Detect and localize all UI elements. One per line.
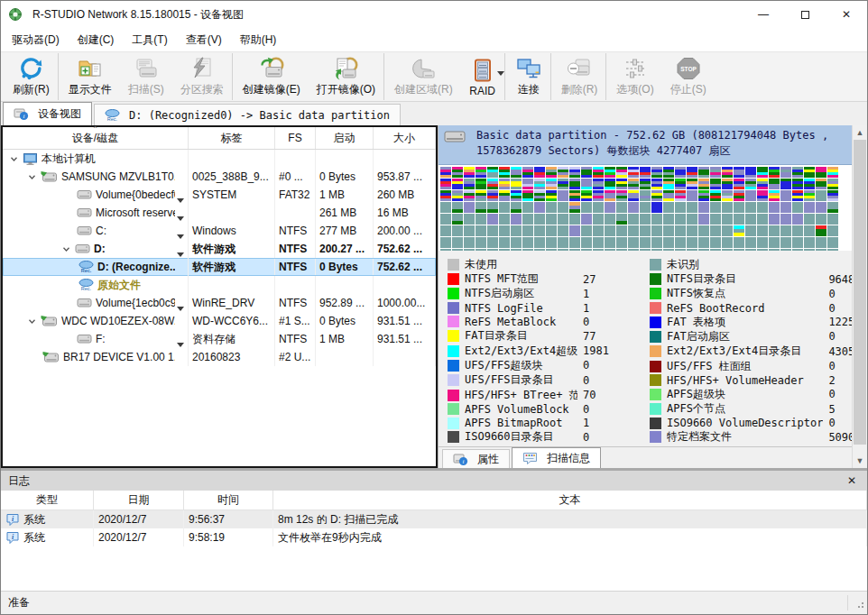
scan-block[interactable] [628,167,639,178]
scan-block[interactable] [792,237,803,248]
scan-block[interactable] [651,237,662,248]
log-column-date[interactable]: 日期 [94,491,184,509]
table-row[interactable]: SAMSUNG MZVLB1T0... 0025_388B_9... #0 ..… [3,168,436,186]
scan-block[interactable] [827,214,838,225]
scan-block[interactable] [780,190,791,201]
scan-block[interactable] [698,167,709,178]
scan-block[interactable] [816,237,826,248]
scan-block[interactable] [827,167,838,178]
scan-block[interactable] [722,225,733,236]
scan-block[interactable] [663,214,674,225]
table-row[interactable]: Rec. D: (Recognize... 软件游戏 NTFS 0 Bytes … [3,258,436,276]
scan-block[interactable] [593,179,604,189]
scan-block[interactable] [745,237,756,248]
scan-block[interactable] [734,202,744,213]
scan-block[interactable] [675,214,686,225]
scan-block[interactable] [522,202,533,213]
scan-block[interactable] [593,167,604,178]
scan-block[interactable] [522,167,533,178]
scan-block[interactable] [651,225,662,236]
scan-block[interactable] [558,202,568,213]
expander-icon[interactable] [28,317,41,326]
resize-grip[interactable] [855,599,864,611]
scan-block[interactable] [511,214,522,225]
scan-block[interactable] [698,190,709,201]
scan-block[interactable] [675,190,686,201]
scan-block[interactable] [511,225,522,236]
chevron-down-icon[interactable] [177,211,184,222]
scan-block[interactable] [745,179,756,189]
scan-block[interactable] [745,167,756,178]
scan-block[interactable] [534,225,545,236]
scan-block[interactable] [581,167,592,178]
scan-block[interactable] [593,190,604,201]
scan-block[interactable] [628,179,639,189]
scan-block[interactable] [605,179,615,189]
scan-block[interactable] [605,167,615,178]
scan-block[interactable] [804,202,815,213]
scan-block[interactable] [663,202,674,213]
scan-block[interactable] [827,225,838,236]
column-header-start[interactable]: 启动 [316,127,374,149]
scan-block[interactable] [734,237,744,248]
chevron-down-icon[interactable] [177,337,184,348]
scan-block[interactable] [534,202,545,213]
scan-block[interactable] [605,237,615,248]
scan-block[interactable] [464,167,475,178]
scan-block[interactable] [476,202,486,213]
toolbar-button[interactable]: 连接 [507,53,551,100]
scan-block[interactable] [522,214,533,225]
table-row[interactable]: Rec. 原始文件 [3,276,436,294]
scan-block[interactable] [640,179,651,189]
scan-block[interactable] [511,179,522,189]
scan-block[interactable] [816,167,826,178]
minimize-button[interactable]: ― [743,1,784,28]
scroll-up-icon[interactable]: ▲ [853,125,867,140]
scan-block[interactable] [804,190,815,201]
scan-block[interactable] [628,190,639,201]
chevron-down-icon[interactable] [497,66,504,78]
scan-block[interactable] [663,167,674,178]
scan-block[interactable] [710,179,721,189]
scan-block[interactable] [605,190,615,201]
scan-block[interactable] [546,237,557,248]
scan-block[interactable] [616,179,627,189]
scan-block[interactable] [440,214,451,225]
scan-block[interactable] [440,225,451,236]
scan-block[interactable] [558,167,568,178]
scan-block[interactable] [745,202,756,213]
table-row[interactable]: BR17 DEVICE V1.00 1.... 20160823 #2 U... [3,348,436,366]
scan-block[interactable] [780,214,791,225]
scan-block[interactable] [722,202,733,213]
scan-block[interactable] [663,225,674,236]
toolbar-button[interactable]: RAID [461,53,505,100]
scan-block[interactable] [487,190,498,201]
table-row[interactable]: F: 资料存储 NTFS 1 MB 931.51 ... [3,330,436,348]
chevron-down-icon[interactable] [177,193,184,204]
column-header-size[interactable]: 大小 [374,127,436,149]
scan-block-map[interactable] [439,165,852,251]
scan-block[interactable] [558,214,568,225]
scan-block[interactable] [804,179,815,189]
scan-block[interactable] [804,237,815,248]
scan-block[interactable] [710,190,721,201]
scan-block[interactable] [628,202,639,213]
scan-block[interactable] [616,225,627,236]
scan-block[interactable] [522,225,533,236]
scan-block[interactable] [534,179,545,189]
scan-block[interactable] [616,190,627,201]
partition-header[interactable]: Basic data partition - 752.62 GB (808121… [439,125,852,165]
scan-block[interactable] [757,225,768,236]
scan-block[interactable] [558,225,568,236]
scan-block[interactable] [816,225,826,236]
scan-block[interactable] [476,225,486,236]
scan-block[interactable] [546,214,557,225]
scan-block[interactable] [581,214,592,225]
scan-block[interactable] [499,167,510,178]
scan-block[interactable] [440,179,451,189]
menu-item[interactable]: 驱动器(D) [3,29,69,51]
scan-block[interactable] [628,237,639,248]
table-row[interactable]: 本地计算机 [3,150,436,168]
scan-block[interactable] [440,190,451,201]
scan-block[interactable] [792,179,803,189]
